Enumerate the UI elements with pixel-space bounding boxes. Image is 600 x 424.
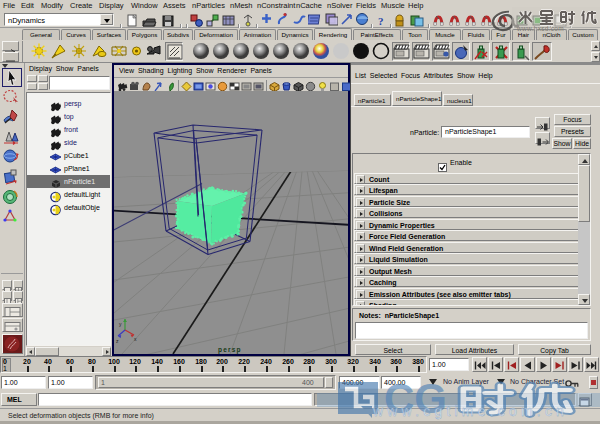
svg-text:?: ?: [378, 15, 384, 27]
svg-text:persp: persp: [218, 346, 242, 354]
svg-text:www.hxsd.com: www.hxsd.com: [516, 25, 564, 32]
svg-text:www.cgtime.com.cn: www.cgtime.com.cn: [372, 403, 568, 419]
